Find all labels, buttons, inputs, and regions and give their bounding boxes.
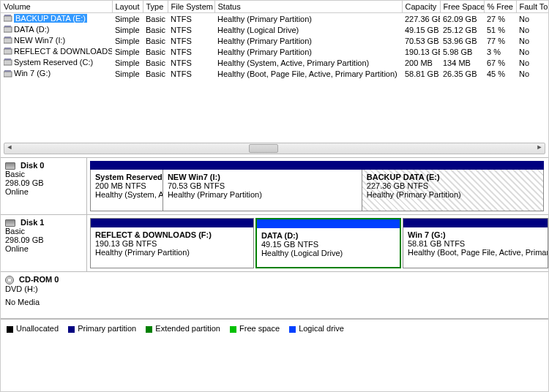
disk-label-cd[interactable]: CD-ROM 0 DVD (H:) No Media [1, 272, 87, 318]
volume-name: REFLECT & DOWNLOADS (F:) [14, 47, 112, 56]
disk-icon [5, 162, 15, 170]
col-fs[interactable]: File System [168, 1, 214, 13]
cell-free: 5.98 GB [440, 46, 484, 57]
partition-block[interactable]: BACKUP DATA (E:)227.36 GB NTFSHealthy (P… [362, 170, 543, 211]
partition-sub: 49.15 GB NTFS [261, 240, 395, 249]
col-pct[interactable]: % Free [484, 1, 516, 13]
disk-type: Basic [5, 227, 82, 235]
svg-rect-0 [4, 16, 12, 21]
cell-free: 25.12 GB [440, 24, 484, 35]
col-status[interactable]: Status [214, 1, 402, 13]
cell-capacity: 200 MB [402, 57, 440, 68]
cell-status: Healthy (System, Active, Primary Partiti… [214, 57, 402, 68]
volume-name: DATA (D:) [14, 25, 49, 34]
partition-block[interactable]: DATA (D:)49.15 GB NTFSHealthy (Logical D… [255, 218, 401, 268]
volume-name: BACKUP DATA (E:) [14, 14, 87, 23]
cell-fault: No [516, 13, 548, 25]
col-fault[interactable]: Fault Toleranc [516, 1, 548, 13]
cell-pct: 45 % [484, 68, 516, 79]
col-capacity[interactable]: Capacity [402, 1, 440, 13]
disk-row-0[interactable]: Disk 0 Basic 298.09 GB Online System Res… [1, 158, 548, 215]
table-row[interactable]: NEW Win7 (I:)SimpleBasicNTFSHealthy (Pri… [1, 35, 548, 46]
disk-title: CD-ROM 0 [19, 275, 59, 284]
volume-name: System Reserved (C:) [14, 58, 93, 67]
cell-free: 62.09 GB [440, 13, 484, 25]
volume-table[interactable]: Volume Layout Type File System Status Ca… [1, 1, 548, 80]
volume-icon [4, 15, 12, 23]
partition-status: Healthy (Logical Drive) [261, 249, 395, 257]
col-volume[interactable]: Volume [1, 1, 112, 13]
disk-size: 298.09 GB [5, 178, 82, 187]
partition-sub: 58.81 GB NTFS [408, 239, 543, 248]
scroll-thumb[interactable] [249, 144, 278, 153]
svg-rect-7 [4, 48, 11, 49]
svg-rect-6 [4, 49, 12, 54]
svg-rect-4 [4, 38, 12, 43]
svg-rect-2 [4, 27, 12, 32]
partition-title: REFLECT & DOWNLOADS (F:) [95, 230, 249, 239]
col-free[interactable]: Free Space [440, 1, 484, 13]
legend-swatch-primary [68, 326, 75, 333]
horizontal-scrollbar[interactable]: ◄ ► [4, 143, 545, 154]
cell-fs: NTFS [168, 57, 214, 68]
partition-sub: 70.53 GB NTFS [168, 181, 357, 190]
disk-row-cd[interactable]: CD-ROM 0 DVD (H:) No Media [1, 272, 548, 319]
table-row[interactable]: BACKUP DATA (E:)SimpleBasicNTFSHealthy (… [1, 13, 548, 25]
volume-list-pane: Volume Layout Type File System Status Ca… [1, 1, 548, 157]
scroll-track[interactable] [15, 143, 534, 154]
svg-rect-11 [4, 70, 11, 72]
cell-fault: No [516, 35, 548, 46]
cell-layout: Simple [112, 13, 143, 25]
table-row[interactable]: DATA (D:)SimpleBasicNTFSHealthy (Logical… [1, 24, 548, 35]
partition-sub: 227.36 GB NTFS [367, 181, 539, 190]
cell-capacity: 70.53 GB [402, 35, 440, 46]
partition-sub: 190.13 GB NTFS [95, 239, 249, 248]
disk-label-0[interactable]: Disk 0 Basic 298.09 GB Online [1, 158, 87, 214]
disk-graph-0: System Reserved (C:)200 MB NTFSHealthy (… [87, 158, 548, 214]
table-row[interactable]: Win 7 (G:)SimpleBasicNTFSHealthy (Boot, … [1, 68, 548, 79]
disk-state: Online [5, 244, 82, 253]
partition-block[interactable]: System Reserved (C:)200 MB NTFSHealthy (… [91, 170, 163, 211]
cell-pct: 3 % [484, 46, 516, 57]
col-type[interactable]: Type [143, 1, 168, 13]
partition-header-stripe [90, 161, 544, 170]
cell-fs: NTFS [168, 68, 214, 79]
cell-free: 26.35 GB [440, 68, 484, 79]
volume-icon [4, 70, 12, 79]
scroll-right-arrow-icon[interactable]: ► [534, 143, 545, 154]
disk-label-1[interactable]: Disk 1 Basic 298.09 GB Online [1, 215, 87, 271]
partition-block[interactable]: Win 7 (G:)58.81 GB NTFSHealthy (Boot, Pa… [403, 218, 548, 268]
cell-type: Basic [143, 57, 168, 68]
volume-icon [4, 59, 12, 67]
partition-sub: 200 MB NTFS [95, 181, 158, 190]
cd-state: No Media [5, 298, 83, 306]
cell-fault: No [516, 46, 548, 57]
scroll-left-arrow-icon[interactable]: ◄ [4, 143, 15, 154]
partition-status: Healthy (Boot, Page File, Active, Primar… [408, 248, 543, 257]
table-header-row[interactable]: Volume Layout Type File System Status Ca… [1, 1, 548, 13]
partition-block[interactable]: NEW Win7 (I:)70.53 GB NTFSHealthy (Prima… [163, 170, 362, 211]
cell-capacity: 190.13 GB [402, 46, 440, 57]
cell-free: 53.96 GB [440, 35, 484, 46]
table-row[interactable]: System Reserved (C:)SimpleBasicNTFSHealt… [1, 57, 548, 68]
disk-size: 298.09 GB [5, 235, 82, 244]
table-row[interactable]: REFLECT & DOWNLOADS (F:)SimpleBasicNTFSH… [1, 46, 548, 57]
volume-name: Win 7 (G:) [14, 69, 51, 78]
cell-pct: 77 % [484, 35, 516, 46]
cell-capacity: 49.15 GB [402, 24, 440, 35]
svg-rect-9 [4, 59, 11, 60]
cell-status: Healthy (Logical Drive) [214, 24, 402, 35]
volume-icon [4, 48, 12, 56]
partition-block[interactable]: REFLECT & DOWNLOADS (F:)190.13 GB NTFSHe… [90, 218, 254, 268]
volume-icon [4, 37, 12, 45]
col-layout[interactable]: Layout [112, 1, 143, 13]
disk-icon [5, 219, 15, 227]
cell-status: Healthy (Primary Partition) [214, 13, 402, 25]
cell-layout: Simple [112, 35, 143, 46]
partition-title: System Reserved (C:) [95, 173, 158, 181]
legend-label: Unallocated [16, 324, 59, 333]
cell-status: Healthy (Primary Partition) [214, 46, 402, 57]
volume-name: NEW Win7 (I:) [14, 36, 65, 45]
disk-row-1[interactable]: Disk 1 Basic 298.09 GB Online REFLECT & … [1, 215, 548, 272]
cell-capacity: 58.81 GB [402, 68, 440, 79]
